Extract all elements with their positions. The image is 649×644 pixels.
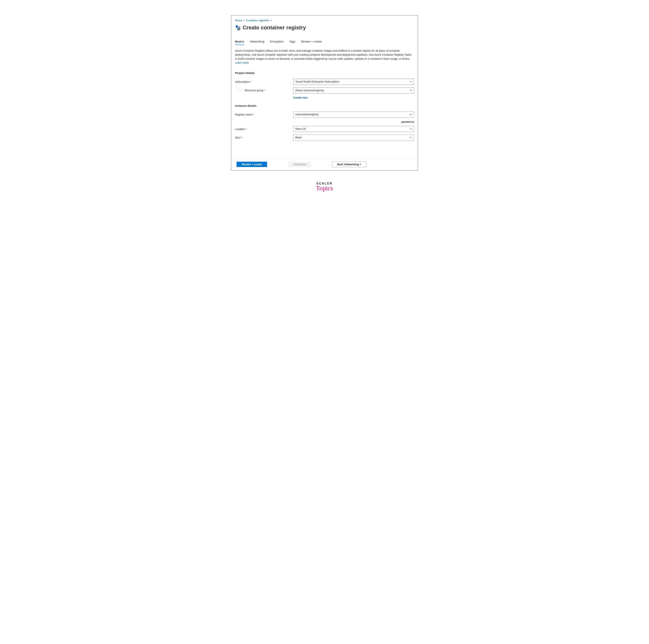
tab-tags[interactable]: Tags [289,40,295,45]
section-instance-details: Instance details [235,104,414,107]
svg-rect-3 [239,27,239,28]
registry-name-input[interactable] [293,111,414,118]
breadcrumb-container-registries[interactable]: Container registries [246,19,269,22]
registry-suffix: .azurecr.io [235,120,414,123]
tab-basics[interactable]: Basics [235,40,244,45]
create-new-resource-group-link[interactable]: Create new [293,96,307,99]
tab-networking[interactable]: Networking [250,40,264,45]
tree-connector-icon [236,85,242,90]
subscription-select[interactable]: Visual Studio Enterprise Subscription [293,79,414,85]
breadcrumb-home[interactable]: Home [235,19,242,22]
resource-group-select[interactable]: (New) myresourcegroup [293,88,414,94]
learn-more-link[interactable]: Learn more [235,61,249,64]
section-project-details: Project details [235,71,414,75]
description-text: Azure Container Registry allows you to b… [235,49,414,65]
location-select[interactable]: West US [293,126,414,132]
location-label: Location * [235,128,293,131]
svg-rect-5 [239,28,239,29]
next-networking-button[interactable]: Next: Networking > [332,162,366,167]
tabs-nav: Basics Networking Encryption Tags Review… [235,40,414,45]
tab-encryption[interactable]: Encryption [270,40,284,45]
review-create-button[interactable]: Review + create [236,162,267,167]
page-title: Create container registry [243,25,306,31]
breadcrumb-separator: > [243,19,245,22]
previous-button: < Previous [288,162,311,167]
sku-label: SKU * [235,136,293,139]
create-registry-panel: Home > Container registries > [231,15,418,171]
subscription-label: Subscription * [235,80,293,83]
wizard-footer: Review + create < Previous Next: Network… [231,158,418,170]
resource-group-label: Resource group * [235,89,293,92]
registry-name-label: Registry name * [235,113,293,116]
svg-rect-2 [237,27,238,28]
breadcrumb: Home > Container registries > [235,19,414,22]
container-registry-icon [235,25,241,30]
breadcrumb-separator: > [270,19,272,22]
tab-review-create[interactable]: Review + create [301,40,321,45]
svg-rect-4 [237,28,238,29]
sku-select[interactable]: Basic [293,135,414,141]
scaler-topics-logo: SCALER Topics [231,182,418,192]
